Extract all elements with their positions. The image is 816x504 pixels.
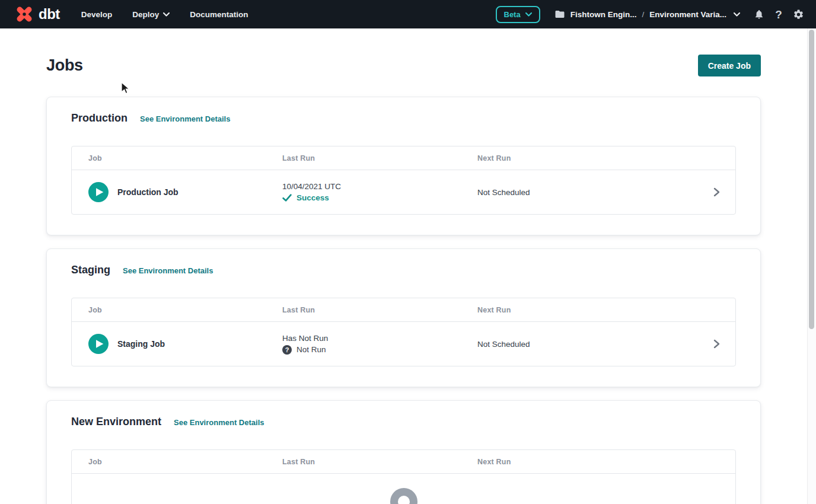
help-icon[interactable]: ?	[773, 8, 785, 20]
next-run-value: Not Scheduled	[477, 340, 697, 349]
nav-item-develop[interactable]: Develop	[81, 10, 113, 19]
beta-dropdown-button[interactable]: Beta	[496, 6, 540, 23]
breadcrumb-separator: /	[642, 10, 644, 19]
column-header-next-run: Next Run	[477, 154, 697, 162]
column-header-job: Job	[88, 458, 282, 466]
next-run-value: Not Scheduled	[477, 188, 697, 197]
bell-icon[interactable]	[753, 8, 765, 20]
column-header-job: Job	[88, 306, 282, 314]
column-header-last-run: Last Run	[282, 458, 477, 466]
question-circle-icon: ?	[282, 345, 292, 355]
main-nav: Develop Deploy Documentation	[81, 10, 248, 19]
table-header-row: Job Last Run Next Run	[72, 298, 735, 322]
status-label: Not Run	[297, 345, 326, 354]
environment-card-staging: Staging See Environment Details Job Last…	[46, 248, 761, 387]
scrollbar-track[interactable]	[807, 28, 816, 504]
nav-item-documentation[interactable]: Documentation	[190, 10, 248, 19]
create-job-button[interactable]: Create Job	[698, 55, 761, 76]
topbar-icons: ?	[753, 8, 804, 20]
dbt-logo-text: dbt	[39, 6, 60, 23]
environment-title: New Environment	[71, 416, 161, 428]
status-label: Success	[297, 193, 329, 202]
gear-icon[interactable]	[792, 8, 804, 20]
topbar-right: Beta Fishtown Engin... / Environment Var…	[496, 6, 805, 23]
nav-item-deploy[interactable]: Deploy	[132, 10, 170, 19]
check-icon	[282, 194, 292, 202]
status-badge: ? Not Run	[282, 345, 477, 355]
job-name: Staging Job	[117, 339, 165, 349]
last-run-date: Has Not Run	[282, 334, 477, 343]
environment-card-production: Production See Environment Details Job L…	[46, 97, 761, 235]
jobs-table: Job Last Run Next Run Staging Job Has No…	[71, 298, 736, 366]
job-row-staging[interactable]: Staging Job Has Not Run ? Not Run Not Sc…	[72, 322, 735, 366]
breadcrumb-project[interactable]: Fishtown Engin...	[570, 10, 637, 19]
page-header: Jobs Create Job	[46, 55, 761, 76]
chevron-down-icon	[525, 12, 532, 17]
jobs-table: Job Last Run Next Run	[71, 449, 736, 504]
chevron-right-icon[interactable]	[712, 339, 721, 349]
folder-icon	[554, 9, 565, 20]
see-environment-details-link[interactable]: See Environment Details	[174, 418, 264, 427]
page-title: Jobs	[46, 56, 83, 75]
column-header-last-run: Last Run	[282, 154, 477, 162]
column-header-next-run: Next Run	[477, 458, 697, 466]
run-job-play-button[interactable]	[88, 182, 109, 202]
breadcrumb-page[interactable]: Environment Varia...	[649, 10, 726, 19]
column-header-next-run: Next Run	[477, 306, 697, 314]
dbt-logo-icon	[14, 4, 34, 24]
column-header-last-run: Last Run	[282, 306, 477, 314]
environment-card-new-environment: New Environment See Environment Details …	[46, 400, 761, 504]
chevron-down-icon[interactable]	[734, 12, 740, 17]
run-job-play-button[interactable]	[88, 334, 109, 354]
job-name: Production Job	[117, 187, 179, 197]
column-header-job: Job	[88, 154, 282, 162]
empty-jobs-state	[72, 474, 735, 504]
table-header-row: Job Last Run Next Run	[72, 450, 735, 474]
table-header-row: Job Last Run Next Run	[72, 146, 735, 170]
chevron-down-icon	[163, 12, 170, 17]
chevron-right-icon[interactable]	[712, 187, 721, 197]
scrollbar-thumb[interactable]	[809, 30, 814, 329]
environment-title: Production	[71, 112, 128, 125]
job-row-production[interactable]: Production Job 10/04/2021 UTC Success No…	[72, 170, 735, 214]
jobs-page: Jobs Create Job Production See Environme…	[46, 55, 761, 504]
jobs-table: Job Last Run Next Run Production Job 10/…	[71, 146, 736, 215]
see-environment-details-link[interactable]: See Environment Details	[123, 266, 213, 275]
empty-state-icon	[390, 488, 417, 504]
last-run-date: 10/04/2021 UTC	[282, 182, 477, 191]
status-badge: Success	[282, 193, 477, 202]
dbt-logo[interactable]: dbt	[14, 4, 60, 24]
breadcrumb: Fishtown Engin... / Environment Varia...	[554, 9, 740, 20]
environment-title: Staging	[71, 264, 110, 276]
top-navigation-bar: dbt Develop Deploy Documentation Beta Fi…	[0, 0, 816, 28]
see-environment-details-link[interactable]: See Environment Details	[140, 114, 230, 123]
